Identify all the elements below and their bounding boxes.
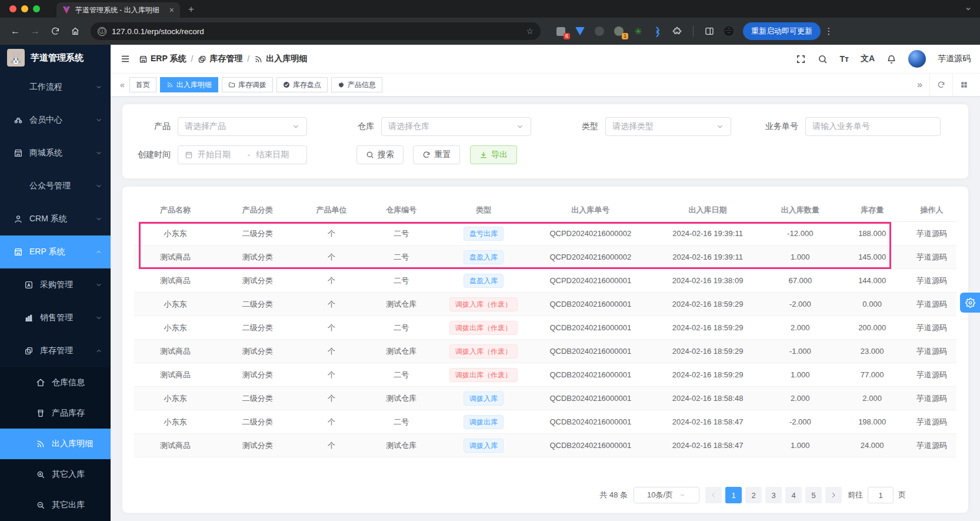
cell-date: 2024-02-16 19:38:09 bbox=[652, 276, 764, 285]
theme-settings-button[interactable] bbox=[960, 293, 980, 313]
favicon bbox=[62, 6, 71, 14]
next-page-button[interactable] bbox=[825, 487, 842, 503]
product-select[interactable]: 请选择产品 bbox=[178, 117, 307, 136]
page-button-2[interactable]: 2 bbox=[745, 487, 762, 503]
new-tab-button[interactable]: + bbox=[184, 1, 199, 16]
warehouse-select[interactable]: 请选择仓库 bbox=[381, 117, 531, 136]
reload-button[interactable] bbox=[46, 22, 65, 41]
column-header: 库存量 bbox=[837, 205, 907, 215]
fullscreen-icon[interactable] bbox=[796, 54, 806, 64]
page-tab-stock-record[interactable]: 出入库明细 bbox=[160, 77, 218, 92]
breadcrumb-item-erp-system[interactable]: ERP 系统 bbox=[139, 54, 186, 64]
header-actions: Tт 文A 芋道源码 bbox=[796, 50, 971, 68]
back-button[interactable]: ← bbox=[6, 22, 25, 41]
breadcrumb-item-stock-mgmt[interactable]: 库存管理 bbox=[198, 54, 242, 64]
search-icon[interactable] bbox=[818, 54, 828, 64]
page-button-4[interactable]: 4 bbox=[785, 487, 802, 503]
app-logo-row[interactable]: 🐰 芋道管理系统 bbox=[0, 45, 111, 71]
layout-grid-icon[interactable] bbox=[952, 74, 975, 96]
extension-chevrons-icon[interactable]: ❯❯ bbox=[652, 25, 664, 37]
prev-page-button[interactable] bbox=[705, 487, 722, 503]
maximize-window-button[interactable] bbox=[33, 5, 40, 12]
chevron-down-icon bbox=[95, 182, 102, 190]
side-panel-icon[interactable] bbox=[704, 25, 715, 37]
sidebar-item-workflow[interactable]: 工作流程 bbox=[0, 71, 111, 104]
pager: 12345 bbox=[705, 487, 842, 503]
cell-stock: 188.000 bbox=[837, 229, 907, 238]
column-header: 出入库日期 bbox=[652, 205, 764, 215]
goto-page-input[interactable] bbox=[868, 487, 894, 503]
tags-scroll-right-icon[interactable]: » bbox=[910, 74, 929, 96]
chevron-down-icon bbox=[679, 492, 686, 499]
sidebar-item-stock-mgmt[interactable]: 库存管理 bbox=[0, 334, 111, 367]
sidebar-item-official-account[interactable]: 公众号管理 bbox=[0, 170, 111, 203]
tags-refresh-icon[interactable] bbox=[929, 74, 952, 96]
page-tab-home[interactable]: 首页 bbox=[129, 77, 156, 92]
export-button[interactable]: 导出 bbox=[470, 145, 517, 164]
bizno-input[interactable]: 请输入业务单号 bbox=[805, 117, 941, 136]
browser-menu-icon[interactable]: ⋮ bbox=[822, 26, 836, 36]
url-text[interactable]: 127.0.0.1/erp/stock/record bbox=[112, 27, 521, 36]
forward-button[interactable]: → bbox=[26, 22, 45, 41]
collapse-menu-icon[interactable] bbox=[120, 54, 131, 64]
extension-circle-dark-icon[interactable] bbox=[594, 25, 605, 37]
cell-qty: -1.000 bbox=[763, 347, 837, 356]
page-tab-stock-move[interactable]: 库存调拨 bbox=[222, 77, 273, 92]
site-info-icon[interactable]: ⓘ bbox=[98, 27, 106, 36]
user-avatar[interactable] bbox=[908, 50, 926, 68]
reset-button[interactable]: 重置 bbox=[413, 145, 460, 164]
font-size-icon[interactable]: Tт bbox=[839, 54, 848, 64]
sidebar-item-erp-system[interactable]: ERP 系统 bbox=[0, 235, 111, 268]
breadcrumb-item-stock-record[interactable]: 出入库明细 bbox=[254, 54, 307, 64]
cell-operator: 芋道源码 bbox=[907, 299, 956, 310]
column-header: 出入库数量 bbox=[763, 205, 837, 215]
page-size-select[interactable]: 10条/页 bbox=[634, 487, 699, 503]
chevron-down-icon bbox=[95, 314, 102, 321]
bookmark-star-icon[interactable]: ☆ bbox=[526, 27, 534, 35]
extension-circle-icon[interactable]: 1 bbox=[613, 25, 625, 37]
cell-category: 二级分类 bbox=[216, 393, 299, 404]
extension-star-icon[interactable]: ✳ bbox=[632, 25, 644, 37]
tags-scroll-left-icon[interactable]: « bbox=[115, 80, 129, 89]
sidebar-item-stock-record[interactable]: 出入库明细 bbox=[0, 429, 111, 459]
home-button[interactable] bbox=[66, 22, 85, 41]
create-time-range-picker[interactable]: 开始日期 - 结束日期 bbox=[178, 145, 307, 164]
cell-name: 测试商品 bbox=[134, 276, 216, 286]
close-window-button[interactable] bbox=[9, 5, 16, 12]
sidebar-item-mall-system[interactable]: 商城系统 bbox=[0, 137, 111, 170]
cell-operator: 芋道源码 bbox=[907, 228, 956, 239]
user-name[interactable]: 芋道源码 bbox=[938, 54, 971, 64]
minimize-window-button[interactable] bbox=[21, 5, 28, 12]
browser-tab[interactable]: 芋道管理系统 - 出入库明细 × bbox=[56, 2, 180, 18]
tab-search-chevron-icon[interactable] bbox=[965, 5, 972, 12]
page-button-3[interactable]: 3 bbox=[765, 487, 782, 503]
cell-name: 小东东 bbox=[134, 323, 216, 333]
locale-icon[interactable]: 文A bbox=[861, 54, 875, 64]
profile-emoji-icon[interactable]: 😄 bbox=[723, 25, 735, 37]
cell-stock: 23.000 bbox=[837, 347, 907, 356]
page-button-5[interactable]: 5 bbox=[805, 487, 822, 503]
notifications-bell-icon[interactable] bbox=[886, 54, 896, 64]
sidebar-item-warehouse-info[interactable]: 仓库信息 bbox=[0, 367, 111, 398]
sidebar-item-product-stock[interactable]: 产品库存 bbox=[0, 398, 111, 429]
sidebar-item-crm-system[interactable]: CRM 系统 bbox=[0, 203, 111, 235]
sidebar-item-purchase-mgmt[interactable]: 采购管理 bbox=[0, 268, 111, 301]
type-select[interactable]: 请选择类型 bbox=[605, 117, 731, 136]
sidebar-item-member-center[interactable]: 会员中心 bbox=[0, 104, 111, 137]
extension-blocks-icon[interactable]: 6 bbox=[555, 25, 566, 37]
extension-cone-icon[interactable] bbox=[574, 25, 586, 37]
url-bar[interactable]: ⓘ 127.0.0.1/erp/stock/record ☆ bbox=[91, 22, 541, 40]
app-title: 芋道管理系统 bbox=[31, 52, 84, 64]
sidebar-item-sales-mgmt[interactable]: 销售管理 bbox=[0, 301, 111, 334]
sidebar-item-other-in[interactable]: 其它入库 bbox=[0, 459, 111, 490]
page-button-1[interactable]: 1 bbox=[725, 487, 742, 503]
sidebar-item-other-out[interactable]: 其它出库 bbox=[0, 490, 111, 520]
page-tab-product-info[interactable]: 产品信息 bbox=[331, 77, 382, 92]
search-button[interactable]: 搜索 bbox=[356, 145, 404, 164]
close-tab-icon[interactable]: × bbox=[169, 6, 174, 14]
page-tab-stock-check[interactable]: 库存盘点 bbox=[276, 77, 328, 92]
sidebar-item-label: 工作流程 bbox=[29, 82, 95, 92]
table-row: 测试商品测试分类个测试仓库调拨入库（作废）QCDB202402160000012… bbox=[134, 340, 956, 363]
browser-update-button[interactable]: 重新启动即可更新 bbox=[743, 22, 821, 40]
extensions-puzzle-icon[interactable] bbox=[671, 25, 683, 37]
